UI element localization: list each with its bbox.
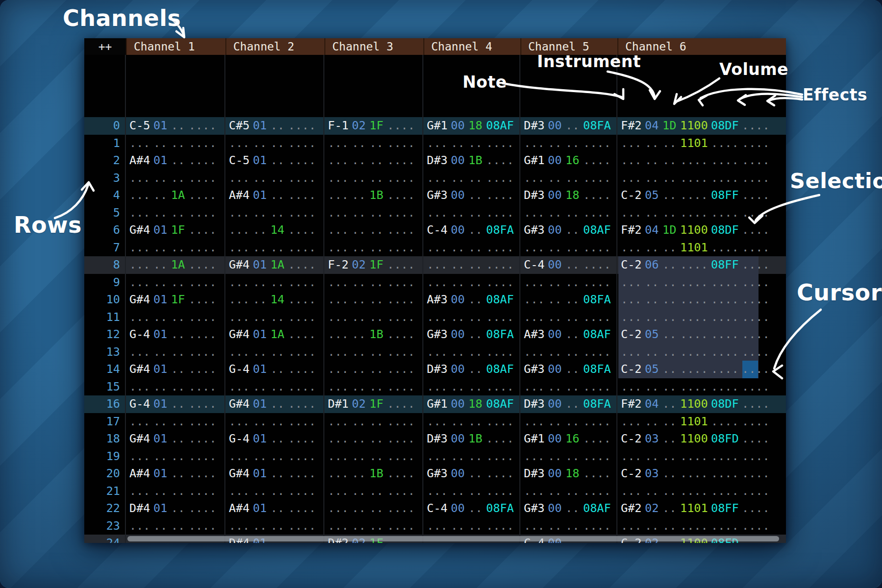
cell-ch3-row5[interactable]: ........... xyxy=(324,204,423,222)
cell-ch1-row10[interactable]: G#4011F.... xyxy=(126,291,225,309)
cell-ch6-row10[interactable]: ................... xyxy=(617,291,786,309)
cell-ch3-row21[interactable]: ........... xyxy=(324,483,423,500)
cell-ch6-row18[interactable]: C-203..110008FD.... xyxy=(617,430,786,448)
row-number-1[interactable]: 1 xyxy=(84,135,120,152)
cell-ch6-row4[interactable]: C-205......08FF.... xyxy=(617,187,786,204)
cell-ch2-row1[interactable]: ........... xyxy=(225,135,324,152)
cell-ch1-row8[interactable]: .....1A.... xyxy=(126,256,225,274)
cell-ch3-row0[interactable]: F-1021F.... xyxy=(324,117,423,135)
cell-ch3-row19[interactable]: ........... xyxy=(324,448,423,466)
cell-ch1-row2[interactable]: A#401...... xyxy=(126,152,225,170)
cell-ch4-row4[interactable]: G#300...... xyxy=(423,187,520,204)
cell-ch1-row11[interactable]: ........... xyxy=(126,309,225,326)
cell-ch2-row12[interactable]: G#4011A.... xyxy=(225,326,324,343)
cell-ch6-row20[interactable]: C-203.............. xyxy=(617,465,786,483)
cell-ch5-row1[interactable]: ........... xyxy=(520,135,617,152)
row-number-23[interactable]: 23 xyxy=(84,517,120,535)
cell-ch2-row11[interactable]: ........... xyxy=(225,309,324,326)
cell-ch1-row7[interactable]: ........... xyxy=(126,239,225,257)
cell-ch6-row21[interactable]: ................... xyxy=(617,483,786,500)
cell-ch1-row23[interactable]: ........... xyxy=(126,517,225,535)
row-number-16[interactable]: 16 xyxy=(84,395,120,413)
cell-ch6-row11[interactable]: ................... xyxy=(617,309,786,326)
channel-header-2[interactable]: Channel 2 xyxy=(225,38,324,55)
cell-ch5-row21[interactable]: ........... xyxy=(520,483,617,500)
cell-ch3-row4[interactable]: .....1B.... xyxy=(324,187,423,204)
cell-ch6-row13[interactable]: ................... xyxy=(617,343,786,361)
channel-header-3[interactable]: Channel 3 xyxy=(324,38,423,55)
horizontal-scrollbar[interactable] xyxy=(127,536,779,541)
cell-ch1-row18[interactable]: G#401...... xyxy=(126,430,225,448)
cell-ch4-row21[interactable]: ........... xyxy=(423,483,520,500)
cell-ch1-row19[interactable]: ........... xyxy=(126,448,225,466)
cell-ch2-row17[interactable]: ........... xyxy=(225,413,324,431)
cell-ch5-row2[interactable]: G#10016.... xyxy=(520,152,617,170)
cell-ch5-row5[interactable]: ........... xyxy=(520,204,617,222)
cell-ch6-row19[interactable]: ................... xyxy=(617,448,786,466)
cell-ch4-row8[interactable]: ........... xyxy=(423,256,520,274)
cell-ch1-row6[interactable]: G#4011F.... xyxy=(126,221,225,239)
cell-ch2-row6[interactable]: .....14.... xyxy=(225,221,324,239)
cell-ch4-row14[interactable]: D#300..08AF xyxy=(423,361,520,378)
cell-ch4-row19[interactable]: ........... xyxy=(423,448,520,466)
row-number-22[interactable]: 22 xyxy=(84,500,120,517)
cell-ch5-row0[interactable]: D#300..08FA xyxy=(520,117,617,135)
cell-ch4-row20[interactable]: G#300...... xyxy=(423,465,520,483)
cell-ch4-row6[interactable]: C-400..08FA xyxy=(423,221,520,239)
cell-ch6-row17[interactable]: .......1101........ xyxy=(617,413,786,431)
cell-ch5-row6[interactable]: G#300..08AF xyxy=(520,221,617,239)
cell-ch6-row23[interactable]: ................... xyxy=(617,517,786,535)
row-number-0[interactable]: 0 xyxy=(84,117,120,135)
cell-ch6-row3[interactable]: ................... xyxy=(617,170,786,187)
row-number-8[interactable]: 8 xyxy=(84,256,120,274)
cell-ch4-row11[interactable]: ........... xyxy=(423,309,520,326)
cell-ch4-row13[interactable]: ........... xyxy=(423,343,520,361)
cell-ch5-row11[interactable]: ........... xyxy=(520,309,617,326)
channel-header-1[interactable]: Channel 1 xyxy=(126,38,225,55)
cell-ch5-row23[interactable]: ........... xyxy=(520,517,617,535)
cell-ch3-row7[interactable]: ........... xyxy=(324,239,423,257)
cell-ch4-row15[interactable]: ........... xyxy=(423,378,520,396)
cell-ch2-row2[interactable]: C-501...... xyxy=(225,152,324,170)
cell-ch2-row15[interactable]: ........... xyxy=(225,378,324,396)
cell-ch1-row1[interactable]: ........... xyxy=(126,135,225,152)
cell-ch4-row2[interactable]: D#3001B.... xyxy=(423,152,520,170)
cell-ch5-row13[interactable]: ........... xyxy=(520,343,617,361)
cell-ch2-row13[interactable]: ........... xyxy=(225,343,324,361)
cell-ch5-row14[interactable]: G#300..08FA xyxy=(520,361,617,378)
cell-ch4-row0[interactable]: G#1001808AF xyxy=(423,117,520,135)
cell-ch6-row22[interactable]: G#202..110108FF.... xyxy=(617,500,786,517)
cell-ch3-row20[interactable]: .....1B.... xyxy=(324,465,423,483)
row-number-21[interactable]: 21 xyxy=(84,483,120,500)
cell-ch3-row13[interactable]: ........... xyxy=(324,343,423,361)
cell-ch4-row3[interactable]: ........... xyxy=(423,170,520,187)
cell-ch1-row20[interactable]: A#401...... xyxy=(126,465,225,483)
cell-ch1-row9[interactable]: ........... xyxy=(126,274,225,292)
row-number-10[interactable]: 10 xyxy=(84,291,120,309)
cell-ch2-row14[interactable]: G-401...... xyxy=(225,361,324,378)
cell-ch4-row16[interactable]: G#1001808AF xyxy=(423,395,520,413)
cell-ch2-row3[interactable]: ........... xyxy=(225,170,324,187)
cell-ch6-row1[interactable]: .......1101........ xyxy=(617,135,786,152)
cell-ch3-row16[interactable]: D#1021F.... xyxy=(324,395,423,413)
cell-ch4-row1[interactable]: ........... xyxy=(423,135,520,152)
channel-header-4[interactable]: Channel 4 xyxy=(423,38,520,55)
cell-ch4-row22[interactable]: C-400..08FA xyxy=(423,500,520,517)
cell-ch3-row18[interactable]: ........... xyxy=(324,430,423,448)
cell-ch6-row14[interactable]: C-205.............. xyxy=(617,361,786,378)
cell-ch6-row5[interactable]: ................... xyxy=(617,204,786,222)
cell-ch3-row12[interactable]: .....1B.... xyxy=(324,326,423,343)
cell-ch4-row7[interactable]: ........... xyxy=(423,239,520,257)
cell-ch2-row5[interactable]: ........... xyxy=(225,204,324,222)
cell-ch5-row7[interactable]: ........... xyxy=(520,239,617,257)
cell-ch2-row7[interactable]: ........... xyxy=(225,239,324,257)
row-number-14[interactable]: 14 xyxy=(84,361,120,378)
cell-ch1-row17[interactable]: ........... xyxy=(126,413,225,431)
cell-ch2-row19[interactable]: ........... xyxy=(225,448,324,466)
cell-ch3-row17[interactable]: ........... xyxy=(324,413,423,431)
cell-ch6-row15[interactable]: ................... xyxy=(617,378,786,396)
row-number-13[interactable]: 13 xyxy=(84,343,120,361)
cell-ch5-row12[interactable]: A#300..08AF xyxy=(520,326,617,343)
cell-ch2-row20[interactable]: G#401...... xyxy=(225,465,324,483)
cell-ch4-row10[interactable]: A#300..08AF xyxy=(423,291,520,309)
